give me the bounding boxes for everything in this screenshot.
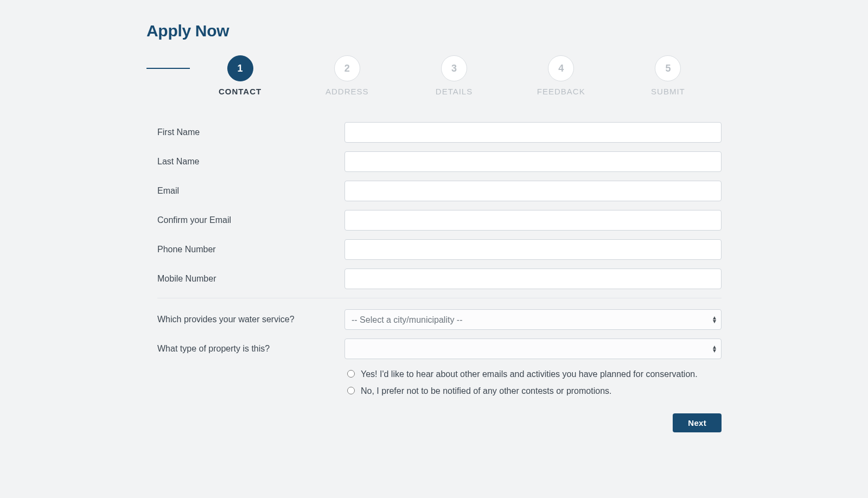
water-service-select[interactable]: -- Select a city/municipality -- <box>344 309 722 330</box>
confirm-email-input[interactable] <box>344 210 722 231</box>
row-confirm-email: Confirm your Email <box>157 210 722 231</box>
step-submit[interactable]: 5 SUBMIT <box>615 55 722 96</box>
mobile-input[interactable] <box>344 269 722 289</box>
page-title: Apply Now <box>146 22 722 40</box>
step-label: FEEDBACK <box>537 87 585 96</box>
opt-in-radio-group: Yes! I'd like to hear about other emails… <box>344 368 722 398</box>
mobile-label: Mobile Number <box>157 274 344 284</box>
step-label: ADDRESS <box>326 87 369 96</box>
row-first-name: First Name <box>157 122 722 143</box>
opt-in-yes-radio[interactable] <box>347 370 355 378</box>
phone-label: Phone Number <box>157 245 344 254</box>
property-type-select[interactable] <box>344 339 722 359</box>
step-label: DETAILS <box>436 87 473 96</box>
row-water-service: Which provides your water service? -- Se… <box>157 309 722 330</box>
row-property-type: What type of property is this? ▴▾ <box>157 339 722 359</box>
step-details[interactable]: 3 DETAILS <box>400 55 507 96</box>
step-feedback[interactable]: 4 FEEDBACK <box>508 55 615 96</box>
opt-in-yes-label[interactable]: Yes! I'd like to hear about other emails… <box>361 368 698 381</box>
first-name-label: First Name <box>157 127 344 137</box>
last-name-label: Last Name <box>157 157 344 167</box>
water-service-label: Which provides your water service? <box>157 315 344 324</box>
next-button[interactable]: Next <box>673 413 722 432</box>
property-type-label: What type of property is this? <box>157 344 344 354</box>
step-label: SUBMIT <box>651 87 685 96</box>
opt-in-no-radio[interactable] <box>347 387 355 394</box>
step-number: 3 <box>441 55 467 81</box>
step-address[interactable]: 2 ADDRESS <box>293 55 400 96</box>
stepper-lead-line <box>146 68 190 69</box>
button-row: Next <box>157 413 722 432</box>
row-mobile: Mobile Number <box>157 269 722 289</box>
phone-input[interactable] <box>344 239 722 260</box>
email-label: Email <box>157 186 344 196</box>
progress-stepper: 1 CONTACT 2 ADDRESS 3 DETAILS 4 FEEDBACK… <box>146 55 722 96</box>
step-label: CONTACT <box>219 87 261 96</box>
section-divider <box>157 298 722 298</box>
step-number: 5 <box>655 55 681 81</box>
email-input[interactable] <box>344 181 722 201</box>
step-number: 1 <box>227 55 253 81</box>
step-number: 2 <box>334 55 360 81</box>
contact-form: First Name Last Name Email Confirm your … <box>146 122 722 432</box>
first-name-input[interactable] <box>344 122 722 143</box>
opt-in-no-label[interactable]: No, I prefer not to be notified of any o… <box>361 385 611 398</box>
row-email: Email <box>157 181 722 201</box>
step-number: 4 <box>548 55 574 81</box>
row-last-name: Last Name <box>157 151 722 172</box>
step-contact[interactable]: 1 CONTACT <box>187 55 293 96</box>
row-phone: Phone Number <box>157 239 722 260</box>
confirm-email-label: Confirm your Email <box>157 215 344 225</box>
last-name-input[interactable] <box>344 151 722 172</box>
